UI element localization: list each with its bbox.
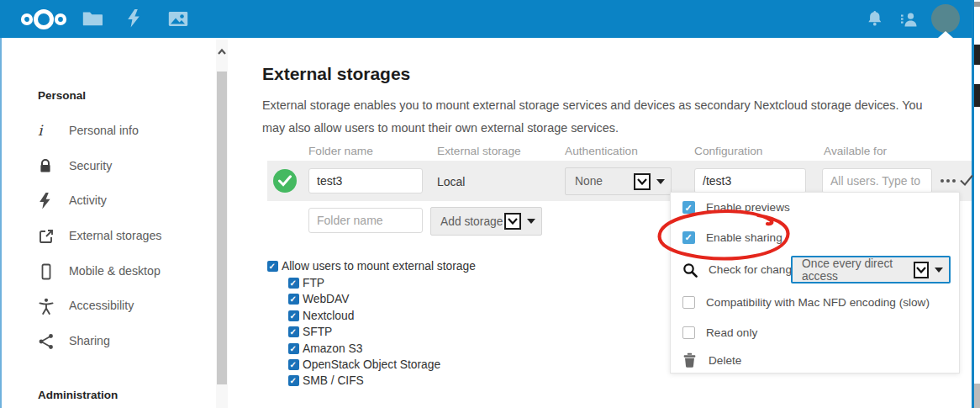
check-for-changes-select[interactable]: Once every direct access [791, 256, 951, 283]
backend-checkbox-row[interactable]: FTP [288, 276, 324, 289]
info-icon: i [38, 123, 55, 140]
checkbox-checked[interactable] [288, 359, 299, 370]
activity-app-bolt-icon[interactable] [126, 9, 140, 31]
nextcloud-settings-window: Personal i Personal info Security Activi… [0, 0, 980, 408]
checkbox-unchecked[interactable] [682, 296, 695, 309]
lock-icon [38, 158, 55, 175]
backend-label: FTP [303, 277, 324, 289]
checkbox-checked[interactable] [682, 201, 695, 214]
backend-checkbox-row[interactable]: Nextcloud [288, 309, 354, 322]
checkbox-checked[interactable] [288, 326, 299, 337]
column-header-authentication: Authentication [565, 145, 638, 157]
save-checkmark-icon[interactable] [959, 173, 974, 190]
authentication-select[interactable]: None [565, 167, 672, 195]
sidebar-item-external-storages[interactable]: External storages [2, 227, 216, 244]
sidebar-scrollbar-thumb[interactable] [217, 72, 227, 384]
backend-checkbox-row[interactable]: Amazon S3 [288, 342, 362, 355]
sidebar-item-label: Activity [69, 193, 107, 207]
page-title: External storages [262, 64, 410, 84]
new-folder-name-input[interactable] [308, 208, 423, 233]
backend-checkbox-row[interactable]: SFTP [288, 325, 332, 338]
authentication-select-value: None [575, 175, 603, 188]
bolt-icon [38, 193, 55, 209]
sidebar-item-security[interactable]: Security [2, 157, 216, 174]
notifications-bell-icon[interactable] [866, 10, 883, 30]
menu-item-label: Read only [706, 326, 757, 339]
backend-label: Amazon S3 [303, 342, 362, 355]
share-icon [38, 333, 55, 350]
sidebar-item-activity[interactable]: Activity [2, 192, 216, 209]
menu-item-label: Enable previews [706, 201, 790, 214]
dropdown-arrow-icon [935, 268, 943, 273]
dropdown-arrow-icon [656, 179, 665, 184]
scroll-up-arrow-icon[interactable] [216, 45, 228, 60]
storage-valid-status-icon [273, 169, 297, 193]
sidebar-item-label: External storages [69, 229, 161, 242]
window-scrollbar-strip[interactable] [974, 0, 980, 408]
scrollbar-tick [974, 2, 980, 7]
menu-item-enable-sharing[interactable]: Enable sharing [671, 222, 959, 252]
storage-options-menu-button[interactable] [935, 167, 961, 194]
user-menu-caret [938, 31, 953, 38]
sidebar-scrollbar[interactable] [216, 40, 228, 408]
column-header-folder-name: Folder name [308, 145, 373, 157]
menu-item-delete[interactable]: Delete [671, 347, 959, 373]
photos-app-icon[interactable] [168, 11, 188, 30]
menu-item-mac-nfd[interactable]: Compatibility with Mac NFD encoding (slo… [671, 287, 959, 317]
checkbox-checked[interactable] [288, 278, 299, 289]
scrollbar-thumb-fragment[interactable] [974, 45, 980, 65]
chevron-down-icon [504, 213, 521, 230]
checkbox-checked[interactable] [288, 343, 299, 354]
folder-name-input[interactable] [308, 168, 423, 193]
backend-label: WebDAV [303, 293, 349, 305]
sidebar-item-label: Mobile & desktop [69, 264, 161, 278]
contacts-icon[interactable] [899, 10, 919, 31]
accessibility-icon [38, 298, 55, 315]
check-for-changes-value: Once every direct access [802, 257, 914, 283]
user-avatar[interactable] [931, 4, 960, 33]
checkbox-checked[interactable] [682, 231, 695, 244]
chevron-down-icon [634, 173, 651, 190]
menu-item-enable-previews[interactable]: Enable previews [671, 193, 959, 222]
external-storage-icon [38, 228, 55, 245]
menu-item-check-for-changes[interactable]: Check for changes Once every direct acce… [671, 252, 959, 287]
backend-label: SMB / CIFS [303, 374, 364, 387]
dropdown-arrow-icon [527, 219, 535, 224]
checkbox-unchecked[interactable] [682, 326, 695, 339]
checkbox-checked[interactable] [288, 375, 299, 386]
nextcloud-logo-icon[interactable] [18, 7, 69, 35]
sidebar-admin-heading: Administration [38, 389, 118, 401]
backend-checkbox-row[interactable]: OpenStack Object Storage [288, 358, 440, 371]
scrollbar-thumb-fragment[interactable] [974, 84, 980, 107]
allow-users-mount-checkbox-row[interactable]: Allow users to mount external storage [267, 259, 476, 273]
external-storage-type-cell: Local [437, 175, 465, 188]
trash-icon [682, 352, 698, 368]
search-icon [682, 262, 698, 278]
sidebar-item-sharing[interactable]: Sharing [2, 332, 216, 349]
backend-checkbox-row[interactable]: SMB / CIFS [288, 374, 364, 387]
add-storage-select-value: Add storage [440, 215, 503, 228]
available-for-input[interactable] [822, 168, 932, 193]
sidebar-item-label: Security [69, 159, 112, 172]
top-bar [0, 0, 972, 38]
sidebar-personal-heading: Personal [38, 89, 86, 102]
settings-sidebar: Personal i Personal info Security Activi… [2, 38, 216, 408]
checkbox-checked[interactable] [288, 294, 299, 305]
sidebar-item-personal-info[interactable]: i Personal info [2, 122, 216, 139]
sidebar-item-mobile-desktop[interactable]: Mobile & desktop [2, 262, 216, 279]
sidebar-item-label: Accessibility [69, 299, 134, 312]
backend-checkbox-row[interactable]: WebDAV [288, 292, 349, 305]
files-app-folder-icon[interactable] [82, 10, 103, 29]
column-header-available-for: Available for [824, 145, 887, 157]
menu-item-label: Compatibility with Mac NFD encoding (slo… [706, 296, 930, 309]
checkbox-checked[interactable] [267, 261, 278, 272]
sidebar-item-accessibility[interactable]: Accessibility [2, 297, 216, 314]
backend-label: Nextcloud [303, 310, 354, 322]
configuration-input[interactable] [694, 168, 806, 193]
phone-icon [38, 263, 55, 280]
checkbox-checked[interactable] [288, 310, 299, 321]
menu-item-label: Delete [709, 354, 741, 367]
menu-item-label: Enable sharing [706, 231, 782, 244]
add-storage-select[interactable]: Add storage [430, 207, 542, 236]
menu-item-read-only[interactable]: Read only [671, 317, 959, 347]
